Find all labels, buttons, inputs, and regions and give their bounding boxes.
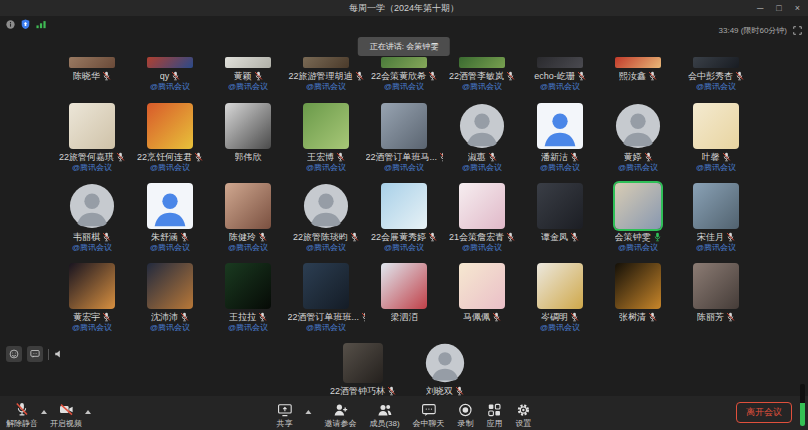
participant-tile[interactable]: 张树清 [599,263,677,332]
participant-platform-badge: @腾讯会议 [618,163,658,172]
participant-tile[interactable]: 22烹饪何连君@腾讯会议 [131,103,209,172]
participant-avatar [537,183,583,229]
participant-tile[interactable]: 22会展黄秀婷@腾讯会议 [365,183,443,252]
meeting-info-icon[interactable] [6,20,15,29]
participant-avatar [615,57,661,68]
reaction-emoji-button[interactable] [6,346,22,362]
participant-nameline: 郭伟欣 [235,152,262,162]
mic-muted-icon [735,71,744,81]
participant-row: 韦丽棋@腾讯会议朱舒涵@腾讯会议陈健玲@腾讯会议22旅管陈琰昀@腾讯会议22会展… [53,183,755,252]
fullscreen-icon[interactable] [793,26,802,35]
mic-muted-icon [361,312,364,322]
participant-name: 会策钟雯 [615,232,651,242]
participant-tile[interactable]: 潘新洁@腾讯会议 [521,103,599,172]
participant-avatar [693,263,739,309]
unmute-button[interactable]: 解除静音 [6,402,38,428]
participant-tile[interactable]: 王拉拉@腾讯会议 [209,263,287,332]
participant-tile[interactable]: 叶馨@腾讯会议 [677,103,755,172]
participant-tile[interactable]: 熙汝鑫 [599,57,677,91]
participant-tile[interactable]: 王宏博@腾讯会议 [287,103,365,172]
participant-name: 黄宏宇 [73,312,100,322]
mic-options-caret[interactable] [41,410,47,414]
mic-muted-icon [648,312,657,322]
participant-tile[interactable]: 会策钟雯@腾讯会议 [599,183,677,252]
chat-button[interactable]: 会中聊天 [413,403,445,428]
mic-muted-icon [506,232,515,242]
participant-tile[interactable]: 岑碉明@腾讯会议 [521,263,599,332]
participant-platform-badge: @腾讯会议 [618,243,658,252]
participant-tile[interactable]: qy@腾讯会议 [131,57,209,91]
participant-name: 郭伟欣 [235,152,262,162]
participant-tile[interactable]: 陈晓华 [53,57,131,91]
participant-tile[interactable]: 马佩佩 [443,263,521,332]
default-avatar-icon [615,103,661,149]
participant-tile[interactable]: echo-屹珊@腾讯会议 [521,57,599,91]
share-screen-button[interactable]: 共享 [276,403,292,428]
speaker-icon[interactable] [54,349,64,359]
participant-tile[interactable]: 陈丽芳 [677,263,755,332]
participant-tile[interactable]: 22酒管订单班班...@腾讯会议 [287,263,365,332]
video-options-caret[interactable] [85,410,91,414]
default-avatar-icon [459,103,505,149]
mic-muted-icon [428,71,437,81]
participant-tile[interactable]: 黄婷@腾讯会议 [599,103,677,172]
apps-button[interactable]: 应用 [487,403,503,428]
leave-meeting-button[interactable]: 离开会议 [736,402,792,423]
mic-muted-icon [355,71,364,81]
participant-tile[interactable]: 郭伟欣 [209,103,287,172]
settings-button[interactable]: 设置 [516,403,532,428]
participant-tile[interactable]: 会中彭秀杏@腾讯会议 [677,57,755,91]
participant-tile[interactable]: 22旅管陈琰昀@腾讯会议 [287,183,365,252]
participant-tile[interactable]: 陈健玲@腾讯会议 [209,183,287,252]
close-button[interactable]: × [795,1,800,15]
participant-name: 22酒管订单班班... [288,312,360,322]
record-button[interactable]: 录制 [458,403,474,428]
participant-tile[interactable]: 黄颖@腾讯会议 [209,57,287,91]
participant-tile[interactable]: 22酒管李敏岚@腾讯会议 [443,57,521,91]
participant-avatar [381,183,427,229]
minimize-button[interactable]: ─ [757,1,763,15]
mic-muted-icon [102,71,111,81]
participant-tile[interactable]: 21会策詹宏青@腾讯会议 [443,183,521,252]
participant-nameline: 陈晓华 [73,71,111,81]
participant-tile[interactable]: 刘晓双 [404,343,486,396]
unmute-label: 解除静音 [6,419,38,428]
participant-tile[interactable]: 谭金凤 [521,183,599,252]
start-video-button[interactable]: 开启视频 [50,402,82,428]
participant-platform-badge: @腾讯会议 [384,243,424,252]
participant-tile[interactable]: 淑惠@腾讯会议 [443,103,521,172]
participant-tile[interactable]: 22酒管订单班马...@腾讯会议 [365,103,443,172]
mic-muted-icon [722,152,731,162]
participant-name: 朱舒涵 [151,232,178,242]
mic-muted-icon [439,152,442,162]
participant-name: 会中彭秀杏 [688,71,733,81]
maximize-button[interactable]: □ [776,1,781,15]
participant-tile[interactable]: 梁泗洦 [365,263,443,332]
participant-tile[interactable]: 22酒管钟巧林 [322,343,404,396]
participant-tile[interactable]: 韦丽棋@腾讯会议 [53,183,131,252]
security-shield-icon[interactable] [21,19,30,29]
mic-muted-icon [350,232,359,242]
participant-platform-badge: @腾讯会议 [228,323,268,332]
share-options-caret[interactable] [305,410,311,414]
participant-nameline: 陈健玲 [229,232,267,242]
participant-tile[interactable]: 朱舒涵@腾讯会议 [131,183,209,252]
participant-tile[interactable]: 22会策黄欣希@腾讯会议 [365,57,443,91]
participant-name: 陈健玲 [229,232,256,242]
mic-muted-icon [488,152,497,162]
default-avatar-icon [425,343,465,383]
network-signal-icon[interactable] [36,20,47,29]
participant-tile[interactable]: 22旅游管理胡迪@腾讯会议 [287,57,365,91]
participant-tile[interactable]: 沈沛沛@腾讯会议 [131,263,209,332]
participant-nameline: 21会策詹宏青 [449,232,515,242]
members-button[interactable]: 成员(38) [369,403,399,428]
invite-button[interactable]: 邀请参会 [324,403,356,428]
participant-tile[interactable]: 黄宏宇@腾讯会议 [53,263,131,332]
participant-name: 王拉拉 [229,312,256,322]
participant-tile[interactable]: 宋佳月@腾讯会议 [677,183,755,252]
participant-nameline: 22旅管陈琰昀 [293,232,359,242]
quick-chat-button[interactable] [27,346,43,362]
participant-platform-badge: @腾讯会议 [150,243,190,252]
participant-tile[interactable]: 22旅管何嘉琪@腾讯会议 [53,103,131,172]
meeting-chat-icon [421,403,436,417]
